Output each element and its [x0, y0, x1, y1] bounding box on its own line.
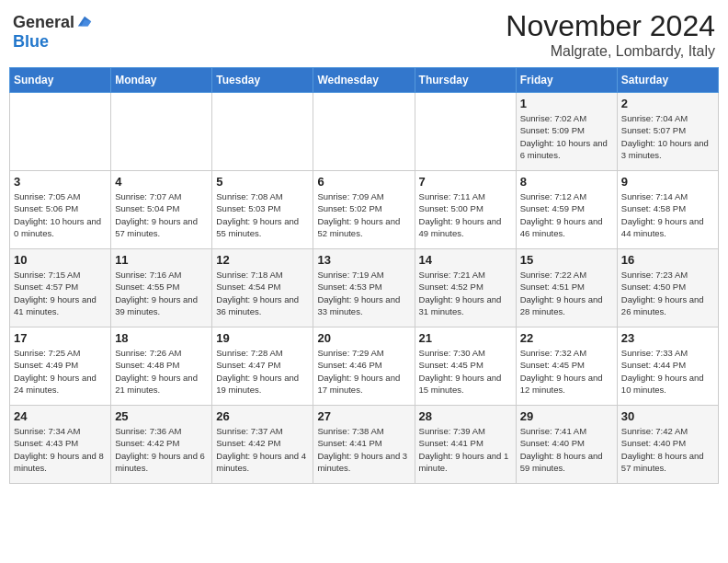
day-info: Sunrise: 7:25 AM Sunset: 4:49 PM Dayligh… — [14, 347, 107, 396]
day-info: Sunrise: 7:38 AM Sunset: 4:41 PM Dayligh… — [317, 425, 410, 474]
calendar-cell: 11Sunrise: 7:16 AM Sunset: 4:55 PM Dayli… — [111, 249, 212, 327]
day-number: 1 — [520, 97, 613, 110]
calendar-week-row: 3Sunrise: 7:05 AM Sunset: 5:06 PM Daylig… — [10, 171, 719, 249]
title-block: November 2024 Malgrate, Lombardy, Italy — [506, 9, 715, 60]
day-number: 18 — [115, 331, 208, 345]
day-info: Sunrise: 7:18 AM Sunset: 4:54 PM Dayligh… — [216, 269, 309, 317]
calendar-cell: 30Sunrise: 7:42 AM Sunset: 4:40 PM Dayli… — [617, 406, 718, 484]
logo: General Blue — [13, 13, 93, 52]
day-number: 6 — [317, 175, 410, 189]
calendar-cell: 28Sunrise: 7:39 AM Sunset: 4:41 PM Dayli… — [415, 406, 516, 484]
calendar-week-row: 10Sunrise: 7:15 AM Sunset: 4:57 PM Dayli… — [10, 249, 719, 327]
calendar-cell: 16Sunrise: 7:23 AM Sunset: 4:50 PM Dayli… — [617, 249, 718, 327]
calendar-cell — [10, 93, 111, 171]
day-info: Sunrise: 7:11 AM Sunset: 5:00 PM Dayligh… — [419, 190, 512, 239]
day-info: Sunrise: 7:30 AM Sunset: 4:45 PM Dayligh… — [419, 347, 512, 396]
day-info: Sunrise: 7:16 AM Sunset: 4:55 PM Dayligh… — [115, 269, 208, 317]
day-number: 10 — [14, 253, 107, 267]
logo-general-text: General — [13, 13, 74, 32]
calendar-week-row: 1Sunrise: 7:02 AM Sunset: 5:09 PM Daylig… — [10, 93, 719, 171]
location-text: Malgrate, Lombardy, Italy — [506, 43, 715, 60]
day-number: 5 — [216, 175, 309, 189]
day-info: Sunrise: 7:08 AM Sunset: 5:03 PM Dayligh… — [216, 190, 309, 239]
calendar-cell: 17Sunrise: 7:25 AM Sunset: 4:49 PM Dayli… — [10, 327, 111, 406]
weekday-header-row: SundayMondayTuesdayWednesdayThursdayFrid… — [10, 68, 719, 93]
weekday-header: Thursday — [415, 68, 516, 93]
calendar-cell: 9Sunrise: 7:14 AM Sunset: 4:58 PM Daylig… — [617, 171, 718, 249]
day-info: Sunrise: 7:07 AM Sunset: 5:04 PM Dayligh… — [115, 190, 208, 239]
weekday-header: Friday — [516, 68, 617, 93]
weekday-header: Sunday — [10, 68, 111, 93]
day-number: 4 — [115, 175, 208, 189]
day-number: 30 — [621, 409, 714, 423]
day-number: 15 — [520, 253, 613, 267]
day-info: Sunrise: 7:26 AM Sunset: 4:48 PM Dayligh… — [115, 347, 208, 396]
day-info: Sunrise: 7:22 AM Sunset: 4:51 PM Dayligh… — [520, 269, 613, 317]
day-number: 21 — [419, 331, 512, 345]
logo-blue-text: Blue — [13, 32, 49, 52]
day-info: Sunrise: 7:32 AM Sunset: 4:45 PM Dayligh… — [520, 347, 613, 396]
day-info: Sunrise: 7:34 AM Sunset: 4:43 PM Dayligh… — [14, 425, 107, 474]
calendar-cell: 18Sunrise: 7:26 AM Sunset: 4:48 PM Dayli… — [111, 327, 212, 406]
day-info: Sunrise: 7:04 AM Sunset: 5:07 PM Dayligh… — [621, 112, 714, 161]
day-number: 23 — [621, 331, 714, 345]
day-info: Sunrise: 7:23 AM Sunset: 4:50 PM Dayligh… — [621, 269, 714, 317]
day-number: 26 — [216, 409, 309, 423]
calendar-table: SundayMondayTuesdayWednesdayThursdayFrid… — [9, 67, 719, 484]
day-number: 19 — [216, 331, 309, 345]
day-number: 14 — [419, 253, 512, 267]
day-number: 13 — [317, 253, 410, 267]
day-number: 12 — [216, 253, 309, 267]
day-number: 27 — [317, 409, 410, 423]
calendar-cell: 22Sunrise: 7:32 AM Sunset: 4:45 PM Dayli… — [516, 327, 617, 406]
calendar-cell: 2Sunrise: 7:04 AM Sunset: 5:07 PM Daylig… — [617, 93, 718, 171]
calendar-cell: 15Sunrise: 7:22 AM Sunset: 4:51 PM Dayli… — [516, 249, 617, 327]
calendar-cell: 1Sunrise: 7:02 AM Sunset: 5:09 PM Daylig… — [516, 93, 617, 171]
day-info: Sunrise: 7:42 AM Sunset: 4:40 PM Dayligh… — [621, 425, 714, 474]
day-number: 7 — [419, 175, 512, 189]
weekday-header: Monday — [111, 68, 212, 93]
calendar-cell — [313, 93, 415, 171]
day-info: Sunrise: 7:19 AM Sunset: 4:53 PM Dayligh… — [317, 269, 410, 317]
calendar-cell: 27Sunrise: 7:38 AM Sunset: 4:41 PM Dayli… — [313, 406, 415, 484]
day-number: 16 — [621, 253, 714, 267]
day-number: 8 — [520, 175, 613, 189]
calendar-cell: 25Sunrise: 7:36 AM Sunset: 4:42 PM Dayli… — [111, 406, 212, 484]
calendar-cell: 3Sunrise: 7:05 AM Sunset: 5:06 PM Daylig… — [10, 171, 111, 249]
calendar-cell: 4Sunrise: 7:07 AM Sunset: 5:04 PM Daylig… — [111, 171, 212, 249]
calendar-cell: 7Sunrise: 7:11 AM Sunset: 5:00 PM Daylig… — [415, 171, 516, 249]
logo-icon — [76, 15, 93, 31]
day-number: 24 — [14, 409, 107, 423]
month-title: November 2024 — [506, 9, 715, 43]
calendar-cell — [415, 93, 516, 171]
calendar-week-row: 24Sunrise: 7:34 AM Sunset: 4:43 PM Dayli… — [10, 406, 719, 484]
calendar-cell: 8Sunrise: 7:12 AM Sunset: 4:59 PM Daylig… — [516, 171, 617, 249]
calendar-cell — [111, 93, 212, 171]
calendar-week-row: 17Sunrise: 7:25 AM Sunset: 4:49 PM Dayli… — [10, 327, 719, 406]
calendar-cell: 5Sunrise: 7:08 AM Sunset: 5:03 PM Daylig… — [212, 171, 313, 249]
calendar-cell: 21Sunrise: 7:30 AM Sunset: 4:45 PM Dayli… — [415, 327, 516, 406]
day-number: 28 — [419, 409, 512, 423]
calendar-cell: 10Sunrise: 7:15 AM Sunset: 4:57 PM Dayli… — [10, 249, 111, 327]
page-header: General Blue November 2024 Malgrate, Lom… — [9, 9, 719, 60]
day-info: Sunrise: 7:29 AM Sunset: 4:46 PM Dayligh… — [317, 347, 410, 396]
day-info: Sunrise: 7:15 AM Sunset: 4:57 PM Dayligh… — [14, 269, 107, 317]
day-number: 25 — [115, 409, 208, 423]
day-info: Sunrise: 7:41 AM Sunset: 4:40 PM Dayligh… — [520, 425, 613, 474]
day-number: 22 — [520, 331, 613, 345]
day-info: Sunrise: 7:33 AM Sunset: 4:44 PM Dayligh… — [621, 347, 714, 396]
calendar-cell — [212, 93, 313, 171]
calendar-cell: 23Sunrise: 7:33 AM Sunset: 4:44 PM Dayli… — [617, 327, 718, 406]
weekday-header: Tuesday — [212, 68, 313, 93]
day-number: 9 — [621, 175, 714, 189]
day-number: 3 — [14, 175, 107, 189]
calendar-cell: 13Sunrise: 7:19 AM Sunset: 4:53 PM Dayli… — [313, 249, 415, 327]
calendar-cell: 19Sunrise: 7:28 AM Sunset: 4:47 PM Dayli… — [212, 327, 313, 406]
day-number: 2 — [621, 97, 714, 110]
calendar-cell: 29Sunrise: 7:41 AM Sunset: 4:40 PM Dayli… — [516, 406, 617, 484]
day-info: Sunrise: 7:12 AM Sunset: 4:59 PM Dayligh… — [520, 190, 613, 239]
day-info: Sunrise: 7:14 AM Sunset: 4:58 PM Dayligh… — [621, 190, 714, 239]
calendar-cell: 20Sunrise: 7:29 AM Sunset: 4:46 PM Dayli… — [313, 327, 415, 406]
day-info: Sunrise: 7:37 AM Sunset: 4:42 PM Dayligh… — [216, 425, 309, 474]
day-info: Sunrise: 7:21 AM Sunset: 4:52 PM Dayligh… — [419, 269, 512, 317]
